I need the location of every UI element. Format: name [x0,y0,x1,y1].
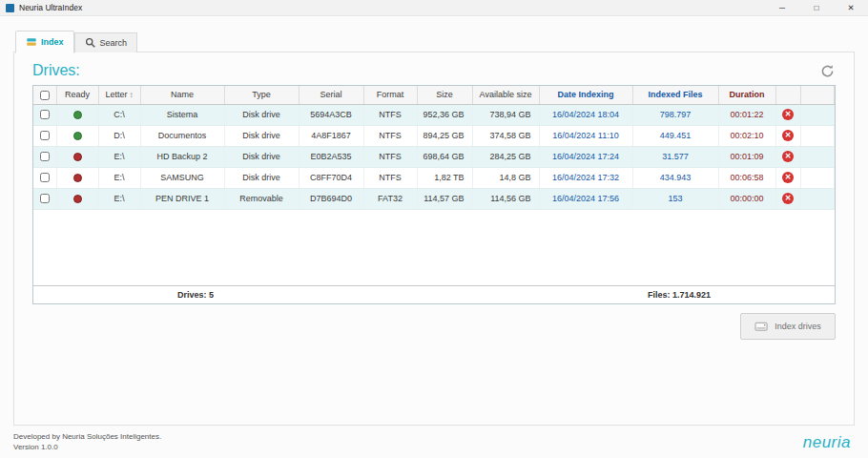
ready-indicator [73,132,82,140]
neuria-logo: neuria [803,433,851,452]
ready-indicator [73,153,82,161]
tab-index[interactable]: Index [15,31,74,53]
tab-search-label: Search [100,38,128,48]
cell-size: 894,25 GB [417,125,472,146]
app-footer: Developed by Neuria Soluções Inteligente… [0,426,868,453]
table-row[interactable]: E:\ PEN DRIVE 1 Removable D7B694D0 FAT32… [33,188,835,209]
index-tab-page: Drives: Ready Letter↕ Name [13,52,855,426]
header-serial[interactable]: Serial [299,86,363,104]
tab-search[interactable]: Search [74,32,138,52]
drives-table-panel: Ready Letter↕ Name Type Serial Format Si… [32,85,836,304]
titlebar: Neuria UltraIndex ─ □ ✕ [0,0,868,16]
row-checkbox[interactable] [40,110,50,119]
cell-indexed-files: 434.943 [632,167,718,188]
table-header-row: Ready Letter↕ Name Type Serial Format Si… [33,86,835,104]
delete-drive-button[interactable]: ✕ [782,193,794,204]
cell-indexed-files: 31.577 [632,146,718,167]
cell-serial: D7B694D0 [299,188,363,209]
header-ready[interactable]: Ready [56,86,98,104]
cell-available-size: 374,58 GB [472,125,539,146]
cell-duration: 00:01:22 [718,104,775,125]
cell-serial: 4A8F1867 [299,125,363,146]
version-text: Version 1.0.0 [13,443,161,453]
drives-table: Ready Letter↕ Name Type Serial Format Si… [33,86,835,210]
row-checkbox[interactable] [40,194,50,203]
cell-format: FAT32 [363,188,417,209]
ready-indicator [73,174,82,182]
header-letter[interactable]: Letter↕ [98,86,140,104]
index-drives-button[interactable]: Index drives [740,313,836,340]
index-drives-label: Index drives [775,322,821,331]
table-row[interactable]: E:\ SAMSUNG Disk drive C8FF70D4 NTFS 1,8… [33,167,835,188]
cell-type: Disk drive [224,167,299,188]
table-status-bar: Drives: 5 Files: 1.714.921 [33,285,835,303]
cell-name: Documentos [140,125,224,146]
sort-icon: ↕ [130,91,134,99]
ready-indicator [73,195,82,203]
row-checkbox[interactable] [40,152,50,161]
close-button[interactable]: ✕ [834,0,868,16]
credit-text: Developed by Neuria Soluções Inteligente… [13,432,161,443]
cell-type: Removable [224,188,299,209]
cell-size: 698,64 GB [417,146,472,167]
cell-indexed-files: 153 [632,188,718,209]
cell-date-indexing: 16/04/2024 11:10 [539,125,632,146]
delete-drive-button[interactable]: ✕ [782,109,794,120]
cell-format: NTFS [363,125,417,146]
cell-serial: E0B2A535 [299,146,363,167]
window-title: Neuria UltraIndex [19,3,765,12]
header-type[interactable]: Type [224,86,299,104]
header-delete [775,86,800,104]
cell-letter: E:\ [98,167,140,188]
cell-available-size: 738,94 GB [472,104,539,125]
cell-indexed-files: 449.451 [632,125,718,146]
table-row[interactable]: D:\ Documentos Disk drive 4A8F1867 NTFS … [33,125,835,146]
cell-format: NTFS [363,167,417,188]
refresh-button[interactable] [818,62,836,79]
cell-format: NTFS [363,146,417,167]
delete-drive-button[interactable]: ✕ [782,172,794,183]
row-checkbox[interactable] [40,173,50,182]
table-row[interactable]: E:\ HD Backup 2 Disk drive E0B2A535 NTFS… [33,146,835,167]
cell-serial: 5694A3CB [299,104,363,125]
delete-drive-button[interactable]: ✕ [782,130,794,141]
select-all-checkbox[interactable] [40,91,50,100]
header-indexed-files[interactable]: Indexed Files [632,86,718,104]
header-filler [800,86,835,104]
header-name[interactable]: Name [140,86,224,104]
drives-count: Drives: 5 [177,290,214,300]
table-empty-area [33,210,835,286]
cell-size: 1,82 TB [417,167,472,188]
search-icon [85,37,96,49]
cell-available-size: 14,8 GB [472,167,539,188]
cell-name: PEN DRIVE 1 [140,188,224,209]
header-format[interactable]: Format [363,86,417,104]
cell-date-indexing: 16/04/2024 18:04 [539,104,632,125]
minimize-button[interactable]: ─ [765,0,799,16]
maximize-button[interactable]: □ [799,0,834,16]
cell-size: 952,36 GB [417,104,472,125]
cell-available-size: 114,56 GB [472,188,539,209]
table-row[interactable]: C:\ Sistema Disk drive 5694A3CB NTFS 952… [33,104,835,125]
cell-date-indexing: 16/04/2024 17:32 [539,167,632,188]
cell-date-indexing: 16/04/2024 17:56 [539,188,632,209]
cell-duration: 00:00:00 [718,188,775,209]
app-icon [6,4,14,12]
header-duration[interactable]: Duration [718,86,775,104]
files-count: Files: 1.714.921 [648,290,711,300]
cell-name: Sistema [140,104,224,125]
cell-size: 114,57 GB [417,188,472,209]
cell-type: Disk drive [224,104,299,125]
row-checkbox[interactable] [40,131,50,140]
header-size[interactable]: Size [417,86,472,104]
cell-duration: 00:02:10 [718,125,775,146]
delete-drive-button[interactable]: ✕ [782,151,794,162]
cell-letter: E:\ [98,188,140,209]
header-date-indexing[interactable]: Date Indexing [539,86,632,104]
cell-serial: C8FF70D4 [299,167,363,188]
drive-icon [754,321,769,333]
header-available-size[interactable]: Available size [472,86,539,104]
header-select-all[interactable] [33,86,56,104]
ready-indicator [73,111,82,119]
cell-available-size: 284,25 GB [472,146,539,167]
